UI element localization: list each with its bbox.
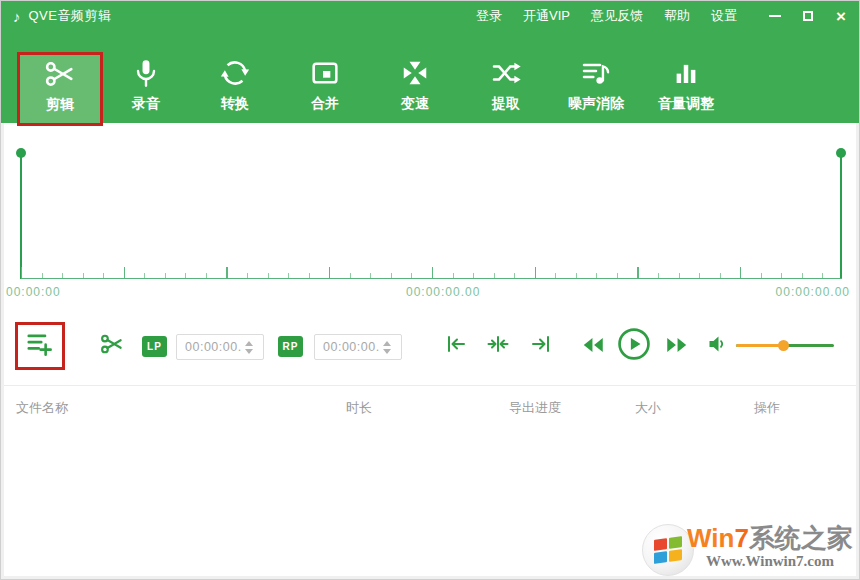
jump-start-button[interactable] bbox=[444, 334, 468, 358]
spin-up-icon[interactable] bbox=[383, 341, 391, 346]
window-controls: × bbox=[767, 8, 849, 24]
selection-start-marker[interactable] bbox=[20, 153, 22, 279]
jump-end-button[interactable] bbox=[529, 334, 553, 358]
watermark-url: Www.Winwin7.com bbox=[686, 553, 854, 570]
extract-shuffle-icon bbox=[490, 53, 522, 93]
timeline-start-label: 00:00:00 bbox=[6, 285, 61, 299]
add-file-button[interactable] bbox=[25, 331, 55, 361]
win7-logo-icon bbox=[642, 524, 694, 576]
minimize-icon bbox=[769, 15, 781, 17]
rewind-icon bbox=[580, 332, 606, 362]
windows-flag-icon bbox=[654, 536, 682, 564]
tool-label: 剪辑 bbox=[46, 96, 74, 114]
rewind-button[interactable] bbox=[580, 334, 606, 360]
titlebar: ♪ QVE音频剪辑 登录 开通VIP 意见反馈 帮助 设置 × bbox=[1, 1, 859, 31]
scissors-icon bbox=[99, 331, 125, 361]
tool-label: 音量调整 bbox=[658, 95, 714, 113]
watermark-win: Win bbox=[687, 523, 734, 553]
tool-convert[interactable]: 转换 bbox=[195, 53, 275, 123]
close-button[interactable]: × bbox=[833, 8, 849, 24]
spin-down-icon[interactable] bbox=[245, 349, 253, 354]
left-point-badge[interactable]: LP bbox=[142, 336, 167, 357]
tool-label: 提取 bbox=[492, 95, 520, 113]
right-point-time-box bbox=[314, 334, 402, 360]
ruler-baseline bbox=[21, 278, 842, 279]
menu-help[interactable]: 帮助 bbox=[664, 7, 690, 25]
menu-feedback[interactable]: 意见反馈 bbox=[591, 7, 643, 25]
minimize-button[interactable] bbox=[767, 8, 783, 24]
right-point-spinner[interactable] bbox=[379, 341, 395, 354]
scissors-icon bbox=[43, 54, 77, 94]
jump-end-icon bbox=[529, 332, 553, 360]
volume-slider[interactable] bbox=[736, 344, 834, 347]
spin-up-icon[interactable] bbox=[245, 341, 253, 346]
tool-cut[interactable]: 剪辑 bbox=[20, 54, 100, 123]
right-point-time-input[interactable] bbox=[315, 340, 379, 354]
tool-extract[interactable]: 提取 bbox=[466, 53, 546, 123]
speed-icon bbox=[400, 53, 430, 93]
maximize-button[interactable] bbox=[800, 8, 816, 24]
menu-settings[interactable]: 设置 bbox=[711, 7, 737, 25]
ruler-major-ticks bbox=[21, 267, 843, 278]
volume-bars-icon bbox=[671, 53, 701, 93]
app-window: ♪ QVE音频剪辑 登录 开通VIP 意见反馈 帮助 设置 × 剪辑 bbox=[0, 0, 860, 580]
timeline-end-label: 00:00:00.00 bbox=[776, 285, 850, 299]
left-point-spinner[interactable] bbox=[241, 341, 257, 354]
merge-icon bbox=[309, 53, 341, 93]
tool-record[interactable]: 录音 bbox=[106, 53, 186, 123]
watermark: Win7系统之家 Www.Winwin7.com bbox=[642, 522, 854, 576]
left-point-time-box bbox=[176, 334, 264, 360]
microphone-icon bbox=[130, 53, 162, 93]
selection-end-marker[interactable] bbox=[840, 153, 842, 279]
tool-label: 转换 bbox=[221, 95, 249, 113]
flag-red-pane bbox=[654, 538, 667, 551]
jump-start-icon bbox=[444, 332, 468, 360]
tool-label: 噪声消除 bbox=[568, 95, 624, 113]
menu-login[interactable]: 登录 bbox=[476, 7, 502, 25]
fast-forward-icon bbox=[664, 332, 690, 362]
tool-speed[interactable]: 变速 bbox=[375, 53, 455, 123]
table-divider bbox=[4, 385, 856, 386]
watermark-cn: 系统之家 bbox=[749, 523, 853, 553]
tool-label: 录音 bbox=[132, 95, 160, 113]
flag-blue-pane bbox=[654, 551, 667, 564]
jump-center-button[interactable] bbox=[486, 334, 510, 358]
speaker-icon bbox=[706, 332, 730, 360]
convert-arrows-icon bbox=[219, 53, 251, 93]
col-actions: 操作 bbox=[754, 399, 780, 417]
add-playlist-icon bbox=[25, 329, 55, 363]
menu-vip[interactable]: 开通VIP bbox=[523, 7, 570, 25]
mute-button[interactable] bbox=[706, 334, 730, 358]
play-button[interactable] bbox=[617, 329, 651, 363]
watermark-brand: Win7系统之家 bbox=[686, 525, 854, 551]
timeline-middle-label: 00:00:00.00 bbox=[406, 285, 480, 299]
watermark-text: Win7系统之家 Www.Winwin7.com bbox=[686, 525, 854, 570]
tool-noise-removal[interactable]: 噪声消除 bbox=[556, 53, 636, 123]
tool-label: 合并 bbox=[311, 95, 339, 113]
tool-label: 变速 bbox=[401, 95, 429, 113]
fast-forward-button[interactable] bbox=[664, 334, 690, 360]
col-size: 大小 bbox=[635, 399, 661, 417]
titlebar-menu: 登录 开通VIP 意见反馈 帮助 设置 bbox=[476, 7, 737, 25]
toolbar: 剪辑 录音 转换 bbox=[1, 31, 859, 123]
noise-removal-icon bbox=[580, 53, 612, 93]
main-area: 00:00:00 00:00:00.00 00:00:00.00 LP bbox=[4, 123, 856, 576]
tool-merge[interactable]: 合并 bbox=[285, 53, 365, 123]
col-filename: 文件名称 bbox=[16, 399, 68, 417]
music-note-icon: ♪ bbox=[13, 9, 21, 24]
col-duration: 时长 bbox=[346, 399, 372, 417]
flag-yellow-pane bbox=[669, 549, 682, 562]
right-point-badge[interactable]: RP bbox=[278, 336, 303, 357]
volume-slider-handle[interactable] bbox=[736, 344, 784, 347]
watermark-seven: 7 bbox=[734, 523, 748, 553]
cut-button[interactable] bbox=[99, 333, 125, 359]
spin-down-icon[interactable] bbox=[383, 349, 391, 354]
maximize-icon bbox=[803, 11, 813, 21]
col-progress: 导出进度 bbox=[509, 399, 561, 417]
tool-volume-adjust[interactable]: 音量调整 bbox=[646, 53, 726, 123]
jump-center-icon bbox=[486, 332, 510, 360]
flag-green-pane bbox=[669, 536, 682, 549]
left-point-time-input[interactable] bbox=[177, 340, 241, 354]
app-title: QVE音频剪辑 bbox=[29, 7, 112, 25]
play-icon bbox=[617, 327, 651, 365]
